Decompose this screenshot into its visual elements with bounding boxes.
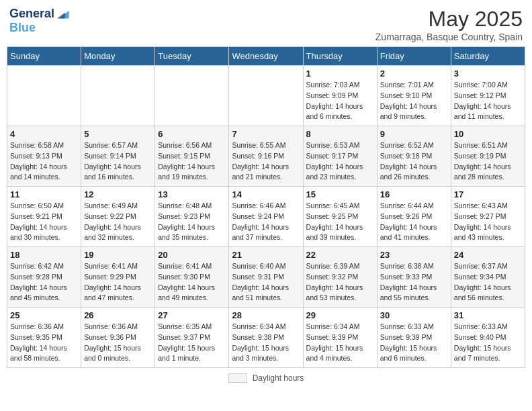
calendar-cell [7,66,81,126]
logo-icon [55,7,70,21]
day-number: 7 [232,129,300,139]
day-number: 18 [10,250,78,260]
calendar-cell: 12Sunrise: 6:49 AM Sunset: 9:22 PM Dayli… [81,187,155,247]
day-number: 30 [380,310,448,320]
day-detail: Sunrise: 6:44 AM Sunset: 9:26 PM Dayligh… [380,201,448,243]
calendar-cell: 11Sunrise: 6:50 AM Sunset: 9:21 PM Dayli… [7,187,81,247]
day-number: 2 [380,68,448,79]
day-detail: Sunrise: 6:55 AM Sunset: 9:16 PM Dayligh… [232,140,300,183]
calendar-week-row: 1Sunrise: 7:03 AM Sunset: 9:09 PM Daylig… [7,66,525,126]
calendar-cell: 16Sunrise: 6:44 AM Sunset: 9:26 PM Dayli… [377,187,451,247]
header-row: SundayMondayTuesdayWednesdayThursdayFrid… [7,47,525,66]
logo-text: General [9,7,54,21]
day-number: 10 [454,129,522,139]
day-number: 21 [232,250,300,260]
day-number: 27 [158,310,226,320]
calendar-cell: 17Sunrise: 6:43 AM Sunset: 9:27 PM Dayli… [451,187,525,247]
day-detail: Sunrise: 6:42 AM Sunset: 9:28 PM Dayligh… [10,261,78,304]
calendar-cell: 1Sunrise: 7:03 AM Sunset: 9:09 PM Daylig… [303,66,377,126]
day-detail: Sunrise: 6:34 AM Sunset: 9:38 PM Dayligh… [232,322,300,364]
footer: Daylight hours [7,373,525,383]
day-number: 28 [232,310,300,320]
weekday-header: Tuesday [155,47,229,66]
calendar-week-row: 25Sunrise: 6:36 AM Sunset: 9:35 PM Dayli… [7,308,525,368]
day-number: 15 [306,189,374,199]
day-number: 12 [84,189,152,199]
calendar-cell: 14Sunrise: 6:46 AM Sunset: 9:24 PM Dayli… [229,187,303,247]
calendar-cell: 24Sunrise: 6:37 AM Sunset: 9:34 PM Dayli… [451,247,525,308]
day-detail: Sunrise: 7:03 AM Sunset: 9:09 PM Dayligh… [306,80,374,122]
calendar-week-row: 11Sunrise: 6:50 AM Sunset: 9:21 PM Dayli… [7,187,525,247]
day-detail: Sunrise: 6:51 AM Sunset: 9:19 PM Dayligh… [454,140,522,183]
day-detail: Sunrise: 7:00 AM Sunset: 9:12 PM Dayligh… [454,80,522,122]
day-detail: Sunrise: 6:36 AM Sunset: 9:35 PM Dayligh… [10,322,78,364]
logo: General Blue [9,7,70,35]
day-detail: Sunrise: 6:58 AM Sunset: 9:13 PM Dayligh… [10,140,78,183]
calendar-cell: 25Sunrise: 6:36 AM Sunset: 9:35 PM Dayli… [7,308,81,368]
calendar-week-row: 18Sunrise: 6:42 AM Sunset: 9:28 PM Dayli… [7,247,525,308]
day-number: 23 [380,250,448,260]
day-detail: Sunrise: 6:57 AM Sunset: 9:14 PM Dayligh… [84,140,152,183]
calendar-cell: 4Sunrise: 6:58 AM Sunset: 9:13 PM Daylig… [7,126,81,187]
calendar-week-row: 4Sunrise: 6:58 AM Sunset: 9:13 PM Daylig… [7,126,525,187]
day-detail: Sunrise: 6:41 AM Sunset: 9:30 PM Dayligh… [158,261,226,304]
calendar-cell: 28Sunrise: 6:34 AM Sunset: 9:38 PM Dayli… [229,308,303,368]
calendar-cell [229,66,303,126]
daylight-label: Daylight hours [253,373,304,383]
calendar-cell: 20Sunrise: 6:41 AM Sunset: 9:30 PM Dayli… [155,247,229,308]
day-number: 19 [84,250,152,260]
day-number: 25 [10,310,78,320]
calendar-cell: 19Sunrise: 6:41 AM Sunset: 9:29 PM Dayli… [81,247,155,308]
calendar-cell: 18Sunrise: 6:42 AM Sunset: 9:28 PM Dayli… [7,247,81,308]
day-detail: Sunrise: 6:50 AM Sunset: 9:21 PM Dayligh… [10,201,78,243]
day-number: 22 [306,250,374,260]
calendar-cell: 6Sunrise: 6:56 AM Sunset: 9:15 PM Daylig… [155,126,229,187]
calendar-cell: 22Sunrise: 6:39 AM Sunset: 9:32 PM Dayli… [303,247,377,308]
calendar-table: SundayMondayTuesdayWednesdayThursdayFrid… [7,46,525,368]
calendar-cell: 29Sunrise: 6:34 AM Sunset: 9:39 PM Dayli… [303,308,377,368]
calendar-cell: 10Sunrise: 6:51 AM Sunset: 9:19 PM Dayli… [451,126,525,187]
day-detail: Sunrise: 6:46 AM Sunset: 9:24 PM Dayligh… [232,201,300,243]
calendar-cell: 9Sunrise: 6:52 AM Sunset: 9:18 PM Daylig… [377,126,451,187]
day-number: 11 [10,189,78,199]
day-number: 3 [454,68,522,79]
day-detail: Sunrise: 6:35 AM Sunset: 9:37 PM Dayligh… [158,322,226,364]
day-number: 8 [306,129,374,139]
location: Zumarraga, Basque Country, Spain [375,32,523,42]
weekday-header: Friday [377,47,451,66]
day-number: 29 [306,310,374,320]
title-area: May 2025 Zumarraga, Basque Country, Spai… [375,7,523,42]
day-number: 20 [158,250,226,260]
day-number: 9 [380,129,448,139]
month-title: May 2025 [375,7,523,32]
weekday-header: Monday [81,47,155,66]
calendar-cell: 23Sunrise: 6:38 AM Sunset: 9:33 PM Dayli… [377,247,451,308]
calendar-cell: 27Sunrise: 6:35 AM Sunset: 9:37 PM Dayli… [155,308,229,368]
day-detail: Sunrise: 6:43 AM Sunset: 9:27 PM Dayligh… [454,201,522,243]
day-detail: Sunrise: 6:36 AM Sunset: 9:36 PM Dayligh… [84,322,152,364]
day-detail: Sunrise: 6:49 AM Sunset: 9:22 PM Dayligh… [84,201,152,243]
calendar-cell: 7Sunrise: 6:55 AM Sunset: 9:16 PM Daylig… [229,126,303,187]
weekday-header: Saturday [451,47,525,66]
day-number: 13 [158,189,226,199]
calendar-cell: 8Sunrise: 6:53 AM Sunset: 9:17 PM Daylig… [303,126,377,187]
day-number: 31 [454,310,522,320]
day-detail: Sunrise: 6:48 AM Sunset: 9:23 PM Dayligh… [158,201,226,243]
day-detail: Sunrise: 6:34 AM Sunset: 9:39 PM Dayligh… [306,322,374,364]
calendar-cell: 21Sunrise: 6:40 AM Sunset: 9:31 PM Dayli… [229,247,303,308]
weekday-header: Wednesday [229,47,303,66]
day-number: 16 [380,189,448,199]
calendar-cell: 5Sunrise: 6:57 AM Sunset: 9:14 PM Daylig… [81,126,155,187]
day-detail: Sunrise: 6:38 AM Sunset: 9:33 PM Dayligh… [380,261,448,304]
calendar-cell [155,66,229,126]
day-detail: Sunrise: 6:56 AM Sunset: 9:15 PM Dayligh… [158,140,226,183]
day-detail: Sunrise: 6:45 AM Sunset: 9:25 PM Dayligh… [306,201,374,243]
weekday-header: Thursday [303,47,377,66]
calendar-cell: 15Sunrise: 6:45 AM Sunset: 9:25 PM Dayli… [303,187,377,247]
day-detail: Sunrise: 6:33 AM Sunset: 9:39 PM Dayligh… [380,322,448,364]
day-number: 6 [158,129,226,139]
day-detail: Sunrise: 6:41 AM Sunset: 9:29 PM Dayligh… [84,261,152,304]
day-detail: Sunrise: 6:52 AM Sunset: 9:18 PM Dayligh… [380,140,448,183]
calendar-cell: 3Sunrise: 7:00 AM Sunset: 9:12 PM Daylig… [451,66,525,126]
day-detail: Sunrise: 6:39 AM Sunset: 9:32 PM Dayligh… [306,261,374,304]
